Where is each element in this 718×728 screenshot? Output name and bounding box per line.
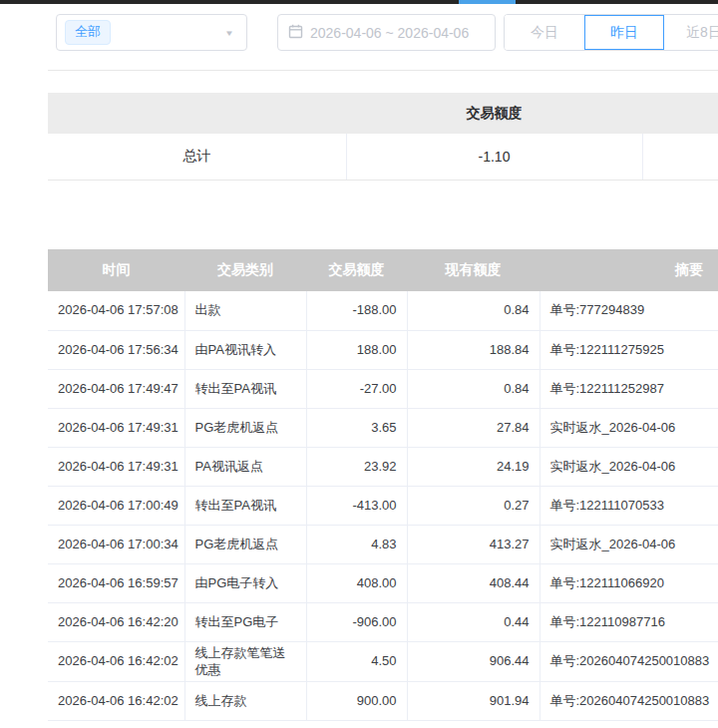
table-row: 2026-04-06 17:49:31PG老虎机返点3.6527.84实时返水_… xyxy=(48,408,718,447)
cell-type: PG老虎机返点 xyxy=(184,408,306,447)
table-row: 2026-04-06 17:49:47转出至PA视讯-27.000.84单号:1… xyxy=(48,369,718,408)
cell-amount: 188.00 xyxy=(306,330,407,369)
chevron-down-icon: ▼ xyxy=(224,28,234,37)
cell-time: 2026-04-06 17:49:47 xyxy=(48,369,184,408)
cell-time: 2026-04-06 17:56:34 xyxy=(48,330,184,369)
table-row: 2026-04-06 16:42:02线上存款900.00901.94单号:20… xyxy=(48,681,718,720)
cell-amount: 4.83 xyxy=(306,525,407,563)
cell-amount: -413.00 xyxy=(306,486,407,525)
column-header-type: 交易类别 xyxy=(184,249,306,291)
cell-time: 2026-04-06 17:00:49 xyxy=(48,486,184,525)
cell-amount: 23.92 xyxy=(306,447,407,486)
calendar-icon xyxy=(288,24,303,42)
cell-summary: 单号:122111070533 xyxy=(539,486,718,525)
summary-total-label: 总计 xyxy=(48,134,346,181)
cell-summary: 单号:777294839 xyxy=(539,291,718,330)
section-divider xyxy=(48,70,718,71)
cell-balance: 188.84 xyxy=(407,330,539,369)
cell-type: PG老虎机返点 xyxy=(184,525,306,563)
table-row: 2026-04-06 17:49:31PA视讯返点23.9224.19实时返水_… xyxy=(48,447,718,486)
summary-header-row: 交易额度 xyxy=(48,93,718,134)
top-scrollbar-thumb[interactable] xyxy=(459,0,516,4)
table-row: 2026-04-06 17:00:49转出至PA视讯-413.000.27单号:… xyxy=(48,486,718,525)
cell-amount: -27.00 xyxy=(306,369,407,408)
cell-balance: 413.27 xyxy=(407,525,539,563)
cell-amount: 4.50 xyxy=(306,641,407,681)
cell-time: 2026-04-06 17:49:31 xyxy=(48,447,184,486)
summary-header-empty xyxy=(642,93,718,134)
table-row: 2026-04-06 16:42:20转出至PG电子-906.000.44单号:… xyxy=(48,602,718,641)
cell-summary: 单号:122111252987 xyxy=(539,369,718,408)
cell-balance: 901.94 xyxy=(407,681,539,720)
column-header-time: 时间 xyxy=(48,249,184,291)
cell-time: 2026-04-06 17:00:34 xyxy=(48,525,184,563)
transactions-table-body: 2026-04-06 17:57:08出款-188.000.84单号:77729… xyxy=(48,291,718,720)
today-button[interactable]: 今日 xyxy=(505,15,584,50)
cell-balance: 0.84 xyxy=(407,369,539,408)
cell-balance: 0.84 xyxy=(407,291,539,330)
cell-type: 线上存款笔笔送优惠 xyxy=(184,641,306,681)
column-header-summary: 摘要 xyxy=(539,249,718,291)
cell-time: 2026-04-06 17:49:31 xyxy=(48,408,184,447)
quick-range-buttons: 今日 昨日 近8日 xyxy=(504,14,718,51)
transactions-header-row: 时间 交易类别 交易额度 现有额度 摘要 xyxy=(48,249,718,291)
last-8-days-button[interactable]: 近8日 xyxy=(664,15,718,50)
table-row: 2026-04-06 17:00:34PG老虎机返点4.83413.27实时返水… xyxy=(48,525,718,563)
cell-summary: 单号:202604074250010883 xyxy=(539,681,718,720)
cell-summary: 单号:122110987716 xyxy=(539,602,718,641)
cell-type: 由PG电子转入 xyxy=(184,563,306,602)
cell-type: 转出至PA视讯 xyxy=(184,486,306,525)
summary-header-empty xyxy=(48,93,346,134)
summary-total-value: -1.10 xyxy=(346,134,642,181)
top-scrollbar-track xyxy=(0,0,718,4)
cell-summary: 实时返水_2026-04-06 xyxy=(539,408,718,447)
summary-table: 交易额度 总计 -1.10 xyxy=(48,93,718,181)
summary-total-row: 总计 -1.10 xyxy=(48,134,718,181)
cell-summary: 单号:122111066920 xyxy=(539,563,718,602)
cell-summary: 实时返水_2026-04-06 xyxy=(539,525,718,563)
cell-type: PA视讯返点 xyxy=(184,447,306,486)
cell-time: 2026-04-06 16:42:20 xyxy=(48,602,184,641)
cell-balance: 906.44 xyxy=(407,641,539,681)
cell-balance: 0.44 xyxy=(407,602,539,641)
cell-amount: 3.65 xyxy=(306,408,407,447)
cell-balance: 408.44 xyxy=(407,563,539,602)
cell-balance: 24.19 xyxy=(407,447,539,486)
cell-type: 线上存款 xyxy=(184,681,306,720)
summary-empty-cell xyxy=(642,134,718,181)
transactions-table: 时间 交易类别 交易额度 现有额度 摘要 2026-04-06 17:57:08… xyxy=(48,249,718,721)
cell-type: 出款 xyxy=(184,291,306,330)
cell-amount: -906.00 xyxy=(306,602,407,641)
cell-time: 2026-04-06 16:42:02 xyxy=(48,681,184,720)
table-row: 2026-04-06 16:42:02线上存款笔笔送优惠4.50906.44单号… xyxy=(48,641,718,681)
selected-category-tag[interactable]: 全部 xyxy=(65,20,111,45)
table-row: 2026-04-06 17:57:08出款-188.000.84单号:77729… xyxy=(48,291,718,330)
column-header-balance: 现有额度 xyxy=(407,249,539,291)
column-header-amount: 交易额度 xyxy=(306,249,407,291)
table-row: 2026-04-06 17:56:34由PA视讯转入188.00188.84单号… xyxy=(48,330,718,369)
cell-balance: 0.27 xyxy=(407,486,539,525)
cell-type: 转出至PG电子 xyxy=(184,602,306,641)
cell-summary: 单号:122111275925 xyxy=(539,330,718,369)
cell-summary: 实时返水_2026-04-06 xyxy=(539,447,718,486)
cell-time: 2026-04-06 16:59:57 xyxy=(48,563,184,602)
cell-amount: 408.00 xyxy=(306,563,407,602)
category-select[interactable]: 全部 ▼ xyxy=(56,14,247,51)
cell-summary: 单号:202604074250010883 xyxy=(539,641,718,681)
cell-balance: 27.84 xyxy=(407,408,539,447)
cell-time: 2026-04-06 17:57:08 xyxy=(48,291,184,330)
cell-amount: -188.00 xyxy=(306,291,407,330)
date-range-picker[interactable]: 2026-04-06 ~ 2026-04-06 xyxy=(277,14,496,51)
cell-type: 由PA视讯转入 xyxy=(184,330,306,369)
cell-amount: 900.00 xyxy=(306,681,407,720)
table-row: 2026-04-06 16:59:57由PG电子转入408.00408.44单号… xyxy=(48,563,718,602)
date-range-value: 2026-04-06 ~ 2026-04-06 xyxy=(310,25,469,41)
cell-time: 2026-04-06 16:42:02 xyxy=(48,641,184,681)
summary-header-amount: 交易额度 xyxy=(346,93,642,134)
yesterday-button[interactable]: 昨日 xyxy=(584,15,664,50)
cell-type: 转出至PA视讯 xyxy=(184,369,306,408)
